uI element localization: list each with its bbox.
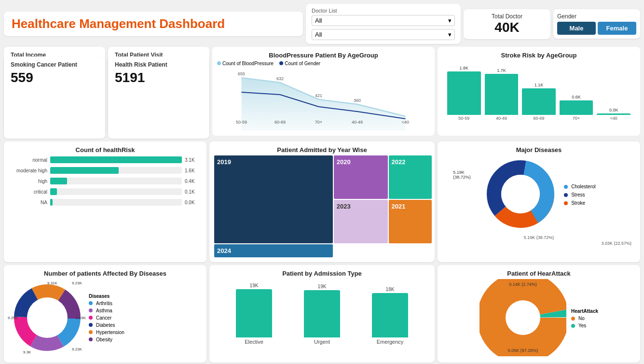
treemap-card: Patient Admitted by Year Wise 2020 2022 … — [209, 141, 435, 262]
legend-asthma: Asthma — [89, 308, 124, 313]
major-diseases-card: Major Diseases 5.19K (38.72%) — [438, 141, 640, 262]
hbar-chart: normal 3.1K moderate high 1.6K high 0.4K… — [9, 156, 202, 206]
diseases-label-9-31: 9.31K — [47, 281, 57, 285]
adm-bar-area: 19K Elective 19K Urgent 18K Emergency — [214, 282, 430, 345]
bp-chart-title: BloodPressure Patient By AgeGroup — [217, 52, 430, 59]
heart-yes-legend: Yes — [571, 323, 598, 328]
legend-arthritis: Arthritis — [89, 301, 124, 306]
gender-label: Gender — [557, 13, 636, 20]
heart-attack-donut-container: 0.14K (2.74%) 5.05K (97.26%) — [480, 279, 566, 358]
bp-legend1: Count of BloodPressure — [222, 61, 274, 66]
treemap-2020: 2020 — [334, 155, 388, 199]
title-card: Healthcare Management Dashboard — [4, 12, 303, 36]
heart-no-legend: No — [571, 316, 598, 321]
diseases-label-9-25: 9.25K — [8, 316, 18, 320]
svg-text:50-59: 50-59 — [236, 120, 247, 125]
total-income-card: Total Income 1,417.43M — [4, 47, 105, 136]
treemap-2024: 2024 — [214, 244, 333, 257]
svg-text:40-49: 40-49 — [352, 120, 363, 125]
total-doctor-card: Total Doctor 40K — [464, 9, 550, 39]
total-doctor-label: Total Doctor — [471, 13, 543, 20]
admission-card: Patient by Admission Type 19K Elective 1… — [209, 265, 435, 363]
total-income-value: 1,417.43M — [11, 60, 98, 76]
diseases-title: Number of patients Affected By Diseases — [9, 270, 202, 277]
stroke-bar-area: 1.8K 50-59 1.7K 40-49 1.1K 60-69 0.6K — [442, 63, 635, 121]
stroke-bar-40-49: 1.7K 40-49 — [485, 68, 519, 121]
major-diseases-svg — [482, 155, 559, 233]
legend-stress: Stress — [564, 192, 596, 197]
bp-chart-area: 50-59 60-69 70+ 40-49 <40 655 632 421 36… — [217, 68, 430, 131]
donut-container: 5.19K (38.72%) — [482, 155, 559, 234]
svg-text:632: 632 — [276, 76, 284, 81]
diseases-legend-title: Diseases — [89, 294, 124, 299]
svg-text:60-69: 60-69 — [274, 120, 286, 125]
major-diseases-legend: Cholesterol Stress Stroke — [564, 184, 596, 206]
legend-hypertension: Hypertension — [89, 330, 124, 335]
heart-attack-title: Patient of HearAttack — [442, 270, 635, 277]
heart-attack-legend: HeartAttack No Yes — [571, 308, 598, 328]
treemap-2022: 2022 — [389, 155, 432, 199]
svg-point-19 — [27, 297, 68, 338]
svg-text:<40: <40 — [402, 120, 409, 125]
diseases-svg — [9, 279, 86, 356]
admission-title: Patient by Admission Type — [214, 270, 430, 277]
row4: Number of patients Affected By Diseases — [4, 265, 640, 363]
diseases-content: 9.31K 9.23K 9.19K 9.23K 9.3K 9.25K Disea… — [9, 279, 202, 356]
svg-point-22 — [506, 300, 540, 335]
diseases-legend: Diseases Arthritis Asthma Cancer Diabete… — [89, 294, 124, 342]
total-patient-value: 40235 — [115, 60, 203, 76]
svg-text:655: 655 — [238, 71, 245, 76]
stroke-bar-50-59: 1.8K 50-59 — [447, 66, 481, 121]
hbar-row-high: high 0.4K — [9, 178, 202, 184]
female-button[interactable]: Female — [598, 22, 636, 35]
stroke-chart-title: Stroke Risk by AgeGroup — [442, 52, 635, 59]
major-diseases-title: Major Diseases — [442, 146, 635, 154]
treemap-2023: 2023 — [334, 200, 388, 243]
diseases-label-9-23-tr: 9.23K — [72, 281, 82, 285]
gender-card: Gender Male Female — [553, 9, 640, 39]
bp-legend2: Count of Gender — [285, 61, 320, 66]
male-button[interactable]: Male — [557, 22, 596, 35]
doctor-list-label: Doctor List — [312, 8, 455, 14]
treemap-title: Patient Admitted by Year Wise — [214, 146, 430, 154]
gender-buttons: Male Female — [557, 22, 636, 35]
row3: Count of healthRisk normal 3.1K moderate… — [4, 141, 640, 262]
legend-obesity: Obesity — [89, 337, 124, 342]
hbar-row-critical: critical 0.1K — [9, 188, 202, 195]
total-patient-card: Total Patient Visit 40235 — [108, 47, 209, 136]
bp-svg: 50-59 60-69 70+ 40-49 <40 655 632 421 36… — [217, 68, 430, 131]
heart-attack-legend-title: HeartAttack — [571, 308, 598, 314]
hbar-row-normal: normal 3.1K — [9, 156, 202, 163]
legend-cancer: Cancer — [89, 315, 124, 321]
bp-legend: Count of BloodPressure Count of Gender — [217, 61, 430, 66]
donut-bottom-label: 5.19K (38.72%) — [442, 235, 635, 240]
health-risk-chart-card: Count of healthRisk normal 3.1K moderate… — [4, 141, 206, 262]
svg-text:421: 421 — [315, 93, 322, 98]
diseases-label-9-23-br: 9.23K — [72, 347, 82, 351]
heart-attack-card: Patient of HearAttack 0.14K (2.74%) 5.05… — [438, 265, 640, 363]
total-patient-label: Total Patient Visit — [115, 52, 203, 58]
adm-bar-urgent: 19K Urgent — [292, 284, 352, 345]
heart-attack-svg — [480, 279, 566, 356]
heart-attack-content: 0.14K (2.74%) 5.05K (97.26%) HeartAttack… — [442, 279, 635, 358]
diseases-card: Number of patients Affected By Diseases — [4, 265, 206, 363]
diseases-label-9-19: 9.19K — [76, 316, 86, 320]
doctor-list-select[interactable]: All ▾ — [312, 15, 455, 26]
dashboard-title: Healthcare Management Dashboard — [12, 16, 295, 31]
hbar-row-na: NA 0.0K — [9, 199, 202, 206]
svg-text:360: 360 — [354, 98, 361, 103]
chevron-down-icon2: ▾ — [448, 31, 452, 38]
legend-diabetes: Diabetes — [89, 322, 124, 328]
treemap-grid: 2020 2022 2019 2023 2021 2024 — [214, 155, 430, 257]
diseases-label-9-3: 9.3K — [23, 350, 31, 354]
donut-top-label: 3.03K (22.57%) — [442, 241, 635, 246]
chevron-down-icon: ▾ — [448, 17, 452, 24]
header-row: Healthcare Management Dashboard Doctor L… — [4, 4, 640, 44]
heart-attack-bottom-label: 5.05K (97.26%) — [508, 348, 538, 353]
adm-bar-emergency: 18K Emergency — [360, 287, 420, 345]
stats-row: Total Income 1,417.43M Total Patient Vis… — [4, 47, 640, 136]
stroke-bar-70plus: 0.6K 70+ — [560, 95, 593, 121]
all-select[interactable]: All ▾ — [312, 29, 455, 40]
heart-attack-top-label: 0.14K (2.74%) — [509, 282, 537, 287]
treemap-2021: 2021 — [389, 200, 432, 243]
